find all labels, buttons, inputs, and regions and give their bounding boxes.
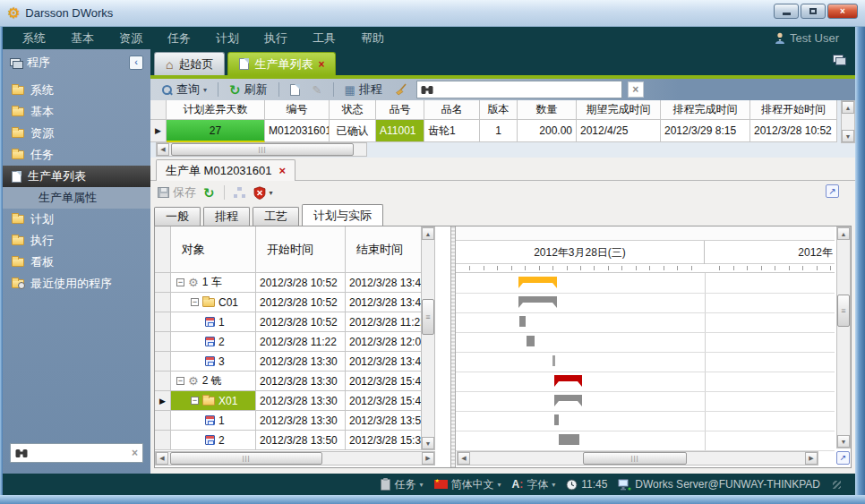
related-button[interactable] [234,187,246,198]
schedule-button[interactable]: ▦ 排程 [341,80,386,99]
tree-column-header-开始时间[interactable]: 开始时间 [256,226,346,273]
order-detail-tab[interactable]: 生产单 M012031601 × [156,159,295,181]
column-header-计划差异天数[interactable]: 计划差异天数 [167,100,265,120]
tree-hscrollbar[interactable]: ◀ ▶ [155,451,435,466]
sidebar-item-生产单属性[interactable]: 生产单属性 [3,187,150,209]
column-header-排程完成时间[interactable]: 排程完成时间 [661,100,750,120]
order-cell-品名[interactable]: 齿轮1 [424,120,480,142]
gantt-bar-task[interactable] [554,414,559,425]
sidebar-item-基本[interactable]: 基本 [3,101,150,123]
menu-item-帮助[interactable]: 帮助 [361,30,384,47]
subtab-计划与实际[interactable]: 计划与实际 [302,204,383,226]
search-clear-button[interactable]: × [628,81,644,98]
order-cell-版本[interactable]: 1 [480,120,518,142]
sidebar-item-任务[interactable]: 任务 [3,144,150,166]
tree-start-cell[interactable]: 2012/3/28 13:30 [256,372,346,391]
menu-item-基本[interactable]: 基本 [71,30,94,47]
tree-start-cell[interactable]: 2012/3/28 13:30 [256,352,346,372]
tree-row-1 车[interactable]: −⚙1 车2012/3/28 10:522012/3/28 13:40 [155,273,435,293]
close-tab-icon[interactable]: × [318,58,324,71]
tree-object-cell[interactable]: −⚙2 铣 [171,372,256,391]
scroll-left-icon[interactable]: ◀ [156,452,168,465]
tree-object-cell[interactable]: −C01 [171,293,256,312]
menu-item-执行[interactable]: 执行 [264,30,287,47]
audit-button[interactable]: ▾ [253,186,273,200]
scroll-left-icon[interactable]: ◀ [458,452,470,465]
tree-row-3[interactable]: 32012/3/28 13:302012/3/28 13:40 [155,352,435,372]
gantt-fit-icon[interactable]: ↗ [836,451,850,465]
tree-row-1[interactable]: 12012/3/28 13:302012/3/28 13:50 [155,411,435,431]
tab-生产单列表[interactable]: 生产单列表× [227,52,336,75]
sidebar-item-看板[interactable]: 看板 [3,252,150,273]
tree-start-cell[interactable]: 2012/3/28 13:30 [256,391,346,411]
tree-start-cell[interactable]: 2012/3/28 11:22 [256,332,346,352]
orders-grid-vscrollbar[interactable]: ▲ ▼ [841,100,855,143]
order-cell-数量[interactable]: 200.00 [518,120,577,142]
new-button[interactable] [287,82,304,98]
tree-start-cell[interactable]: 2012/3/28 10:52 [256,312,346,332]
tree-row-2[interactable]: 22012/3/28 13:502012/3/28 15:30 [155,431,435,450]
tree-object-cell[interactable]: 2 [171,431,256,450]
sidebar-item-系统[interactable]: 系统 [3,80,150,101]
detail-refresh-button[interactable]: ↻ [203,186,215,200]
order-cell-排程完成时间[interactable]: 2012/3/29 8:15 [661,120,750,142]
menu-item-资源[interactable]: 资源 [119,30,142,47]
scroll-up-icon[interactable]: ▲ [837,227,850,240]
save-button[interactable]: 保存 [158,184,196,201]
column-header-排程开始时间[interactable]: 排程开始时间 [750,100,837,120]
subtab-一般[interactable]: 一般 [154,207,201,226]
restore-button[interactable] [801,4,826,19]
tree-start-cell[interactable]: 2012/3/28 10:52 [256,293,346,312]
scroll-left-icon[interactable]: ◀ [157,143,169,156]
menu-item-工具[interactable]: 工具 [313,30,336,47]
tree-object-cell[interactable]: −X01 [171,391,256,411]
gantt-bar-task[interactable] [559,434,579,445]
tree-row-2 铣[interactable]: −⚙2 铣2012/3/28 13:302012/3/28 15:40 [155,372,435,391]
sidebar-collapse-button[interactable]: ‹ [129,56,143,70]
tree-object-cell[interactable]: −⚙1 车 [171,273,256,293]
sidebar-item-计划[interactable]: 计划 [3,209,150,230]
close-button[interactable]: × [827,4,858,19]
tree-row-C01[interactable]: −C012012/3/28 10:522012/3/28 13:40 [155,293,435,312]
quick-search-box[interactable] [416,81,622,98]
orders-grid-hscrollbar[interactable]: ◀ [156,142,367,157]
order-row[interactable]: ▶27M012031601已确认A11001齿轮11200.002012/4/2… [150,120,837,142]
column-header-编号[interactable]: 编号 [265,100,330,120]
sidebar-search-clear-icon[interactable]: × [132,447,138,459]
scroll-up-icon[interactable]: ▲ [842,101,854,114]
gantt-bar-summary[interactable] [518,296,557,308]
window-list-icon[interactable] [833,55,844,64]
tree-row-X01[interactable]: ▶−X012012/3/28 13:302012/3/28 15:40 [155,391,435,411]
sidebar-item-资源[interactable]: 资源 [3,123,150,144]
column-header-品名[interactable]: 品名 [424,100,480,120]
tree-collapse-icon[interactable]: − [191,298,199,306]
sidebar-search[interactable]: × [10,443,143,463]
tree-collapse-icon[interactable]: − [176,377,184,385]
gantt-bar-summary[interactable] [554,375,582,387]
tree-collapse-icon[interactable]: − [176,278,184,286]
subtab-排程[interactable]: 排程 [203,207,250,226]
tree-object-cell[interactable]: 1 [171,411,256,431]
scroll-right-icon[interactable]: ▶ [805,452,818,465]
tab-起始页[interactable]: ⌂起始页 [154,52,225,75]
scroll-down-icon[interactable]: ▼ [422,437,434,449]
user-menu[interactable]: Test User [775,27,839,49]
tree-vscrollbar[interactable]: ▲ ▼ [421,226,435,450]
order-cell-期望完成时间[interactable]: 2012/4/25 [577,120,661,142]
clean-button[interactable] [391,81,411,98]
column-header-品号[interactable]: 品号 [376,100,424,120]
column-header-版本[interactable]: 版本 [480,100,518,120]
scroll-down-icon[interactable]: ▼ [837,435,850,448]
tree-start-cell[interactable]: 2012/3/28 10:52 [256,273,346,293]
tree-row-1[interactable]: 12012/3/28 10:522012/3/28 11:22 [155,312,435,332]
status-language-menu[interactable]: 简体中文 ▾ [434,477,501,492]
resize-grip[interactable] [833,481,841,489]
order-cell-计划差异天数[interactable]: 27 [167,120,265,142]
sidebar-item-最近使用的程序[interactable]: 最近使用的程序 [3,273,150,295]
close-tab-icon[interactable]: × [279,164,287,177]
scroll-down-icon[interactable]: ▼ [842,130,854,142]
sidebar-item-生产单列表[interactable]: 生产单列表 [3,166,150,187]
tree-row-2[interactable]: 22012/3/28 11:222012/3/28 12:00 [155,332,435,352]
tree-object-cell[interactable]: 1 [171,312,256,332]
gantt-bar-summary[interactable] [554,395,582,406]
